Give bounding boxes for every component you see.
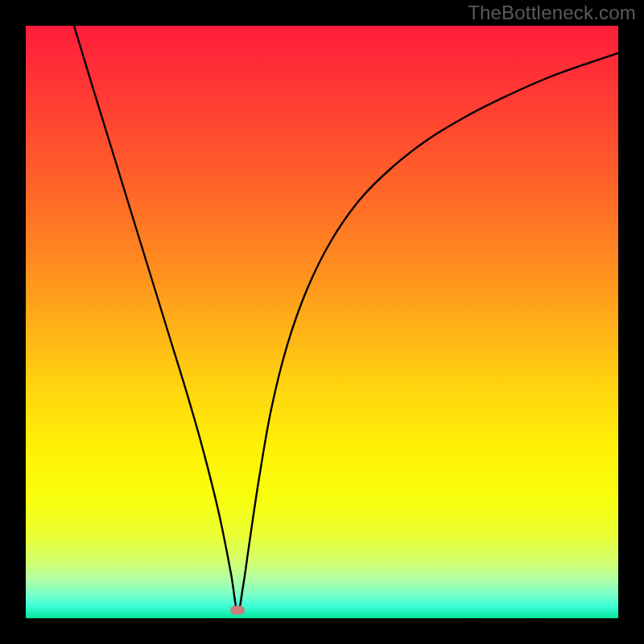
curve-layer [26,26,618,618]
plot-area [26,26,618,618]
chart-frame: TheBottleneck.com [0,0,644,644]
watermark-text: TheBottleneck.com [468,2,636,24]
bottleneck-curve [74,26,618,612]
optimum-marker [230,606,245,615]
